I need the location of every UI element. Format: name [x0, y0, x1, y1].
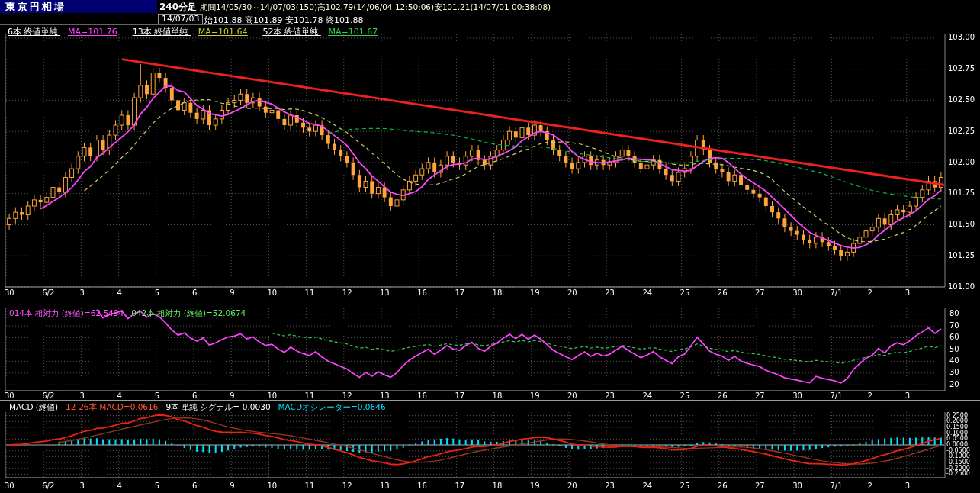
ma-legend-item: 6本 終値単純 MA=101.76 [8, 27, 125, 37]
ma-legend: 6本 終値単純 MA=101.7613本 終値単純 MA=101.6452本 終… [8, 26, 393, 37]
date-field[interactable]: 14/07/03 [158, 14, 203, 24]
macd-legend-item: 9本 単純 シグナル=-0.0030 [165, 402, 270, 411]
ma-legend-item: 52本 終値単純 MA=101.67 [262, 27, 385, 37]
ma-legend-item: 13本 終値単純 MA=101.64 [133, 27, 255, 37]
macd-legend: MACD (終値)12-26本 MACD=0.06169本 単純 シグナル=-0… [9, 402, 394, 413]
period-info: 期間14/05/30～14/07/03(150)高102.79(14/06/04… [200, 2, 551, 13]
macd-legend-item: 12-26本 MACD=0.0616 [66, 402, 158, 411]
macd-title: MACD (終値) [9, 402, 58, 411]
rsi-legend-item: 042本 相対力 (終値)=52.0674 [131, 308, 246, 317]
rsi-legend: 014本 相対力 (終値)=62.5494042本 相対力 (終値)=52.06… [9, 308, 253, 319]
price-chart-canvas[interactable] [0, 0, 980, 493]
quote-info: 始101.88 高101.89 安101.78 終101.88 [204, 14, 363, 26]
timeframe-label: 240分足 [159, 1, 197, 14]
macd-legend-item: MACDオシレーター=0.0646 [278, 402, 386, 411]
rsi-legend-item: 014本 相対力 (終値)=62.5494 [9, 308, 124, 317]
title-bar: 東京円相場 240分足 期間14/05/30～14/07/03(150)高102… [0, 0, 980, 13]
app-title: 東京円相場 [0, 0, 157, 13]
